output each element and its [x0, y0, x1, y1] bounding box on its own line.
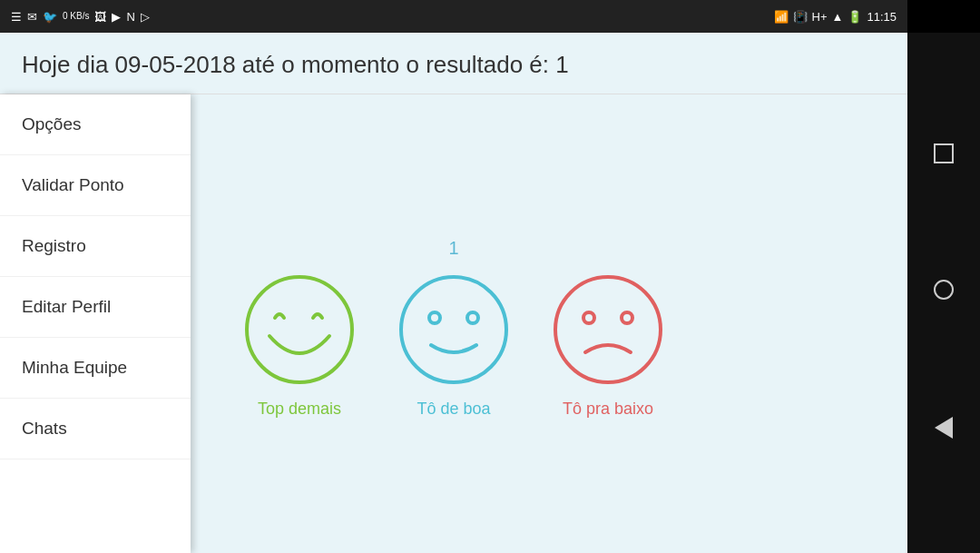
sidebar: Opções Validar Ponto Registro Editar Per… — [0, 94, 191, 553]
svg-point-5 — [583, 312, 594, 323]
face-label-to-de-boa: Tô de boa — [416, 400, 490, 419]
n-icon: N — [126, 10, 134, 24]
nav-bar — [907, 33, 980, 553]
sidebar-item-validar-ponto[interactable]: Validar Ponto — [0, 155, 191, 216]
face-item-to-pra-baixo[interactable]: Tô pra baixo — [549, 238, 667, 419]
network-icon: ▲ — [832, 10, 844, 24]
menu-icon: ☰ — [11, 10, 22, 24]
app-icon-1: 🐦 — [43, 10, 57, 24]
status-bar-right: 📶 📳 H+ ▲ 🔋 11:15 — [774, 10, 897, 24]
svg-point-4 — [555, 277, 661, 382]
sidebar-item-opcoes[interactable]: Opções — [0, 94, 191, 155]
face-svg-neutral — [395, 271, 513, 389]
youtube-icon: ▶ — [112, 10, 121, 24]
face-count-to-de-boa: 1 — [448, 238, 458, 260]
mail-icon: ✉ — [27, 10, 37, 24]
header-title: Hoje dia 09-05-2018 até o momento o resu… — [22, 51, 569, 78]
time: 11:15 — [867, 10, 897, 24]
sidebar-item-registro[interactable]: Registro — [0, 216, 191, 277]
face-item-top-demais[interactable]: Top demais — [240, 238, 358, 419]
svg-point-3 — [467, 312, 478, 323]
content-area: Opções Validar Ponto Registro Editar Per… — [0, 94, 907, 553]
svg-point-0 — [247, 277, 352, 382]
status-bar-left: ☰ ✉ 🐦 0 KB/s 🖼 ▶ N ▷ — [11, 10, 150, 24]
face-svg-sad — [549, 271, 667, 389]
kb-indicator: 0 KB/s — [63, 12, 89, 21]
svg-point-2 — [429, 312, 440, 323]
sidebar-item-editar-perfil[interactable]: Editar Perfil — [0, 277, 191, 338]
sidebar-item-minha-equipe[interactable]: Minha Equipe — [0, 338, 191, 399]
back-button[interactable] — [935, 417, 953, 442]
header: Hoje dia 09-05-2018 até o momento o resu… — [0, 33, 907, 94]
home-button[interactable] — [934, 280, 954, 303]
circle-icon — [934, 280, 954, 300]
face-item-to-de-boa[interactable]: 1 Tô de boa — [395, 238, 513, 419]
svg-point-6 — [622, 312, 632, 323]
screen: Hoje dia 09-05-2018 até o momento o resu… — [0, 33, 907, 553]
battery-icon: 🔋 — [848, 10, 862, 24]
square-icon — [934, 143, 954, 163]
face-label-top-demais: Top demais — [258, 400, 341, 419]
signal-icon: 📳 — [793, 10, 808, 24]
wifi-icon: 📶 — [774, 10, 789, 24]
hplus-icon: H+ — [812, 10, 828, 24]
svg-point-1 — [401, 277, 506, 382]
sidebar-item-chats[interactable]: Chats — [0, 399, 191, 459]
faces-container: Top demais 1 Tô de boa — [240, 238, 667, 419]
status-bar: ☰ ✉ 🐦 0 KB/s 🖼 ▶ N ▷ 📶 📳 H+ ▲ 🔋 11:15 — [0, 0, 907, 33]
photos-icon: 🖼 — [94, 10, 106, 24]
recent-apps-button[interactable] — [934, 143, 954, 167]
face-label-to-pra-baixo: Tô pra baixo — [563, 400, 653, 419]
triangle-icon — [935, 417, 953, 439]
play-icon: ▷ — [141, 10, 150, 24]
face-svg-happy — [240, 271, 358, 389]
